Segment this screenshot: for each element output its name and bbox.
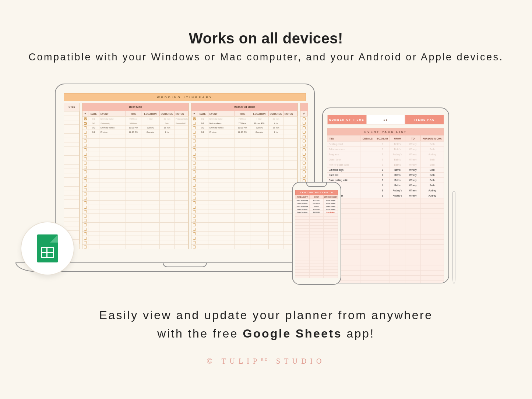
itinerary-panel: Best Man✔DATEEVENTTIMELOCATIONDURATIONNO… — [82, 103, 189, 249]
pack-list-row: for ringbearer3Audrey'sWineryAudrey — [327, 193, 444, 198]
pack-list-row: Cake cutting knife3BethsWineryBeth — [327, 177, 444, 183]
product-marketing-card: Works on all devices! Compatible with yo… — [0, 0, 532, 399]
brand-post: STUDIO — [271, 357, 325, 365]
vendor-row: Day of wedding$10,000.00Within Budget — [295, 202, 338, 205]
itinerary-panel-sliver-left: OTES — [64, 103, 80, 249]
brand-watermark: © TULIPRD. STUDIO — [0, 357, 532, 366]
phone-mockup: VENDOR RESEARCH AVAILABILITYCOSTWITHIN B… — [292, 182, 341, 285]
laptop-screen: WEDDING ITINERARY OTESBest Man✔DATEEVENT… — [55, 84, 315, 264]
bottom-line-1: Easily view and update your planner from… — [99, 308, 433, 322]
pack-list-row: Gift table sign3BethsWineryBeth — [327, 167, 444, 172]
phone-sheet-title: VENDOR RESEARCH — [295, 190, 338, 195]
bottom-line-2a: with the free — [157, 327, 243, 340]
phone-notch — [306, 182, 327, 187]
stat-label-right: ITEMS PAC — [405, 115, 444, 124]
pack-list-row: Card box3BethsWineryBeth — [327, 172, 444, 177]
pack-list-row: wer basket3Audrey'sWineryAudrey — [327, 188, 444, 193]
sheet-banner: WEDDING ITINERARY — [64, 93, 306, 101]
pack-list-row: Pen for guest book2Beth'sWineryBeth — [327, 162, 444, 167]
pack-list-row: Programs2Audrey'sWineryAudrey — [327, 152, 444, 157]
bottom-copy: Easily view and update your planner from… — [0, 306, 532, 343]
pack-list-row: Guest book2Beth'sWineryBeth — [327, 157, 444, 162]
tablet-stat-bar: NUMBER OF ITEMS 11 ITEMS PAC — [327, 115, 444, 124]
vendor-row: Week of wedding$2,100.00Within Budget — [295, 199, 338, 202]
vendor-row: Day of wedding$5,500.00Over Budget — [295, 211, 338, 213]
stat-label-left: NUMBER OF ITEMS — [327, 115, 366, 124]
pack-list-row: Seating chart2Beth'sWineryBeth — [327, 141, 444, 146]
laptop-mockup: WEDDING ITINERARY OTESBest Man✔DATEEVENT… — [49, 84, 321, 282]
phone-rows: Week of wedding$2,100.00Within BudgetDay… — [295, 199, 338, 278]
vendor-row: Day of wedding$2,300.00Within Budget — [295, 208, 338, 211]
stat-value: 11 — [366, 115, 405, 124]
google-sheets-icon — [37, 234, 58, 262]
headline: Works on all devices! — [0, 30, 532, 47]
laptop-trackpad-notch — [163, 263, 207, 267]
vendor-row: Week of wedding$500.00Under Budget — [295, 205, 338, 208]
pack-list-row: Table numbers2Beth'sWineryBeth — [327, 146, 444, 152]
bottom-line-2b: Google Sheets — [243, 327, 342, 340]
brand-sup: RD. — [261, 357, 271, 361]
pack-list-row: afety pins1BethsWineryBeth — [327, 183, 444, 188]
brand-pre: © TULIP — [207, 357, 261, 365]
phone-column-headers: AVAILABILITYCOSTWITHIN BUDGET — [295, 195, 338, 199]
stylus-icon — [452, 191, 455, 283]
tablet-column-headers: ITEMDETAILSBOX/BAGFROMTOPERSON IN CHA — [327, 135, 444, 141]
itinerary-panel: Mother of Bride✔DATEEVENTTIMELOCATIONDUR… — [191, 103, 298, 249]
tablet-sheet-title: EVENT PACK LIST — [327, 128, 444, 135]
bottom-line-2c: app! — [342, 327, 375, 340]
google-sheets-badge — [21, 222, 74, 275]
tablet-rows: Seating chart2Beth'sWineryBethTable numb… — [327, 141, 444, 283]
subheadline: Compatible with your Windows or Mac comp… — [0, 52, 532, 63]
